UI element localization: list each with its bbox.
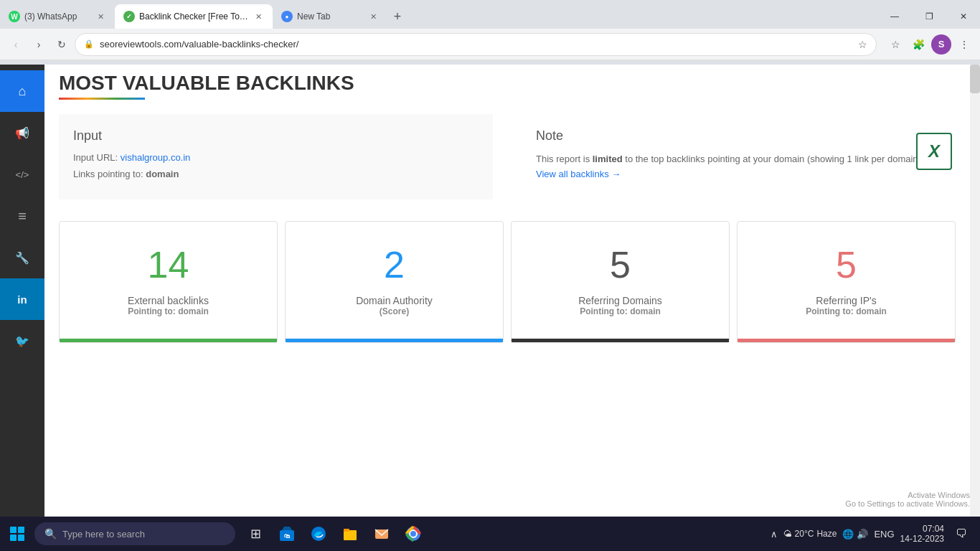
note-title: Note <box>536 128 941 143</box>
weather-desc: Haze <box>816 529 837 539</box>
sidebar-item-twitter[interactable]: 🐦 <box>0 320 44 362</box>
input-url-value[interactable]: vishalgroup.co.in <box>121 152 191 163</box>
input-section: Input Input URL: vishalgroup.co.in Links… <box>59 114 493 199</box>
stats-row: 14 External backlinks Pointing to: domai… <box>59 221 956 343</box>
taskbar-search[interactable]: 🔍 Type here to search <box>34 522 235 545</box>
referring-domains-sublabel: Pointing to: domain <box>522 306 718 316</box>
taskbar-chrome[interactable] <box>399 519 428 548</box>
main-content: X MOST VALUABLE BACKLINKS Input Input UR… <box>44 65 970 551</box>
sidebar-item-home[interactable]: ⌂ <box>0 70 44 112</box>
new-tab-button[interactable]: + <box>387 6 407 27</box>
language-indicator: ENG <box>874 529 894 540</box>
linkedin-icon: in <box>17 293 27 306</box>
tools-icon: 🔧 <box>15 251 29 265</box>
weather-widget: 🌤 20°C Haze <box>783 529 837 539</box>
domain-authority-label: Domain Authority <box>296 295 492 306</box>
code-icon: </> <box>16 169 29 180</box>
tab-whatsapp[interactable]: W (3) WhatsApp ✕ <box>0 4 115 29</box>
svg-marker-1 <box>282 527 292 530</box>
sidebar-item-list[interactable]: ≡ <box>0 195 44 237</box>
close-window-button[interactable]: ✕ <box>947 5 980 28</box>
extensions-button[interactable]: 🧩 <box>908 34 928 55</box>
note-text-after: to the top backlinks pointing at your do… <box>623 154 921 164</box>
profile-picture-button[interactable]: S <box>931 34 951 55</box>
taskbar: 🔍 Type here to search ⊞ 🛍 <box>0 517 980 551</box>
svg-text:🛍: 🛍 <box>284 533 290 540</box>
weather-temp: 20°C <box>795 529 814 539</box>
search-placeholder: Type here to search <box>62 529 145 540</box>
maximize-button[interactable]: ❐ <box>913 5 946 28</box>
browser-chrome: W (3) WhatsApp ✕ ✓ Backlink Checker [Fre… <box>0 0 980 65</box>
newtab-favicon: ● <box>281 11 293 22</box>
volume-icon[interactable]: 🔊 <box>857 529 868 540</box>
input-title: Input <box>73 128 479 143</box>
clock-widget: 07:04 14-12-2023 <box>900 524 944 544</box>
taskbar-right: ∧ 🌤 20°C Haze 🌐 🔊 ENG 07:04 14-12-2023 🗨 <box>771 522 980 545</box>
external-backlinks-label: External backlinks <box>70 295 266 306</box>
tab-whatsapp-close[interactable]: ✕ <box>95 11 106 22</box>
sidebar-item-tools[interactable]: 🔧 <box>0 237 44 278</box>
page-scrollbar[interactable] <box>970 65 980 551</box>
windows-logo <box>10 527 24 541</box>
tab-whatsapp-label: (3) WhatsApp <box>24 11 90 22</box>
input-links-row: Links pointing to: domain <box>73 169 479 179</box>
back-button[interactable]: ‹ <box>6 34 26 55</box>
tab-newtab[interactable]: ● New Tab ✕ <box>273 4 387 29</box>
svg-rect-5 <box>344 529 349 532</box>
input-links-label: Links pointing to: <box>73 169 143 179</box>
tab-backlink[interactable]: ✓ Backlink Checker [Free Tool] ✕ <box>115 4 273 29</box>
taskbar-icons: ⊞ 🛍 <box>241 519 428 548</box>
minimize-button[interactable]: — <box>878 5 911 28</box>
stat-card-domain-authority: 2 Domain Authority (Score) <box>285 221 504 343</box>
input-links-value: domain <box>146 169 179 179</box>
reload-button[interactable]: ↻ <box>52 34 72 55</box>
taskbar-mail[interactable] <box>367 519 396 548</box>
address-bar[interactable]: 🔒 seoreviewtools.com/valuable-backlinks-… <box>75 33 877 56</box>
taskbar-edge[interactable] <box>304 519 333 548</box>
stat-card-referring-ips: 5 Referring IP's Pointing to: domain <box>737 221 956 343</box>
referring-domains-label: Referring Domains <box>522 295 718 306</box>
sidebar-item-megaphone[interactable]: 📢 <box>0 112 44 154</box>
referring-domains-bar <box>512 339 729 342</box>
whatsapp-favicon: W <box>9 11 20 22</box>
sidebar-item-code[interactable]: </> <box>0 154 44 195</box>
referring-ips-bar <box>738 339 955 342</box>
star-icon[interactable]: ☆ <box>858 39 867 50</box>
input-url-label: Input URL: <box>73 152 118 163</box>
heading-underline <box>59 98 145 100</box>
scrollbar-thumb[interactable] <box>970 65 980 93</box>
weather-icon: 🌤 <box>783 529 792 539</box>
notification-center-button[interactable]: 🗨 <box>950 522 973 545</box>
referring-domains-number: 5 <box>522 243 718 286</box>
domain-authority-bar <box>286 339 503 342</box>
taskbar-task-view[interactable]: ⊞ <box>241 519 270 548</box>
input-url-row: Input URL: vishalgroup.co.in <box>73 152 479 163</box>
tray-expand[interactable]: ∧ <box>771 529 778 540</box>
megaphone-icon: 📢 <box>15 126 29 140</box>
tab-bar: W (3) WhatsApp ✕ ✓ Backlink Checker [Fre… <box>0 0 980 29</box>
note-text-before: This report is <box>536 154 593 164</box>
tab-newtab-close[interactable]: ✕ <box>367 11 379 22</box>
sidebar-item-linkedin[interactable]: in <box>0 278 44 320</box>
external-backlinks-bar <box>60 339 277 342</box>
more-options-button[interactable]: ⋮ <box>954 34 974 55</box>
taskbar-store[interactable]: 🛍 <box>273 519 301 548</box>
forward-button[interactable]: › <box>29 34 49 55</box>
start-button[interactable] <box>0 517 34 551</box>
system-tray-icons: ∧ <box>771 529 778 540</box>
stat-card-external-backlinks: 14 External backlinks Pointing to: domai… <box>59 221 278 343</box>
domain-authority-sublabel: (Score) <box>296 306 492 316</box>
tab-backlink-label: Backlink Checker [Free Tool] <box>139 11 248 22</box>
network-icon[interactable]: 🌐 <box>842 529 854 540</box>
bookmark-button[interactable]: ☆ <box>885 34 905 55</box>
taskbar-explorer[interactable] <box>336 519 364 548</box>
referring-ips-label: Referring IP's <box>748 295 944 306</box>
browser-actions: ☆ 🧩 S ⋮ <box>885 34 974 55</box>
external-backlinks-sublabel: Pointing to: domain <box>70 306 266 316</box>
navigation-bar: ‹ › ↻ 🔒 seoreviewtools.com/valuable-back… <box>0 29 980 60</box>
view-all-backlinks-link[interactable]: View all backlinks → <box>536 169 621 179</box>
stat-card-referring-domains: 5 Referring Domains Pointing to: domain <box>511 221 730 343</box>
svg-point-9 <box>410 531 416 537</box>
tab-backlink-close[interactable]: ✕ <box>253 11 264 22</box>
excel-export-button[interactable]: X <box>916 133 952 170</box>
